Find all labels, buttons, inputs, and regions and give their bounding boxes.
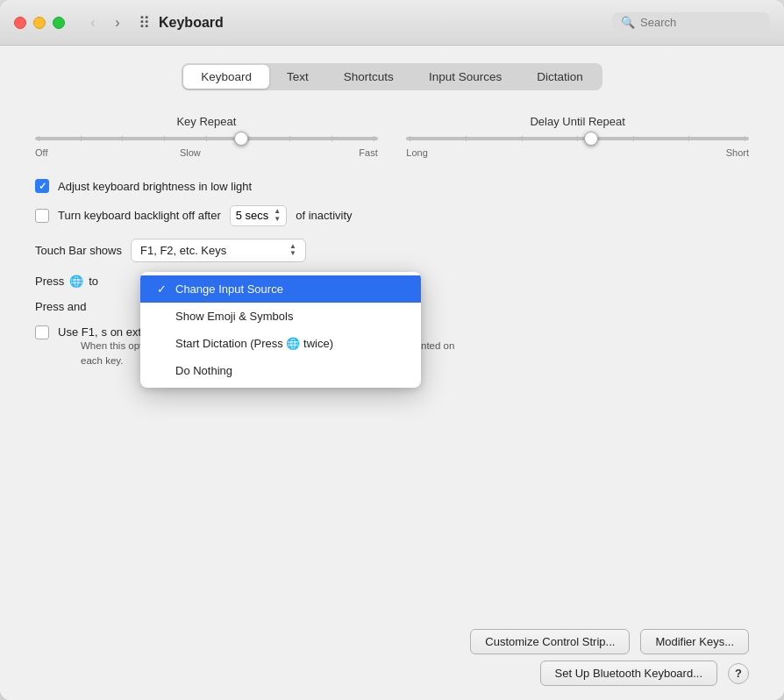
bottom-buttons-row2: Set Up Bluetooth Keyboard... ? [540,661,749,686]
minimize-button[interactable] [33,17,46,29]
press-globe-suffix: to [89,275,98,288]
tab-keyboard[interactable]: Keyboard [183,65,269,89]
help-button[interactable]: ? [728,663,749,684]
globe-icon: 🌐 [69,275,83,288]
dropdown-label-start-dictation: Start Dictation (Press 🌐 twice) [175,337,407,350]
delay-repeat-labels: Long Short [406,147,749,158]
dropdown-item-change-input[interactable]: ✓ Change Input Source [140,275,421,303]
key-repeat-off: Off [35,147,47,158]
nav-arrows: ‹ › [82,12,128,33]
touch-bar-label: Touch Bar shows [35,244,122,257]
key-repeat-label: Key Repeat [176,115,236,128]
key-repeat-track[interactable]: . [35,137,378,140]
backlight-duration-value: 5 secs [236,209,269,222]
titlebar: ‹ › ⠿ Keyboard 🔍 [0,0,784,46]
delay-repeat-thumb[interactable] [584,132,598,146]
customize-button[interactable]: Customize Control Strip... [470,629,630,654]
tab-text[interactable]: Text [269,65,326,89]
touch-bar-arrows: ▲ ▼ [289,243,296,259]
tab-dictation[interactable]: Dictation [519,65,601,89]
dropdown-item-start-dictation[interactable]: Start Dictation (Press 🌐 twice) [140,330,421,357]
maximize-button[interactable] [53,17,65,29]
brightness-checkbox[interactable] [35,179,49,193]
key-repeat-group: Key Repeat . [35,115,378,158]
fn-keys-checkbox[interactable] [35,325,49,339]
back-arrow[interactable]: ‹ [82,12,103,33]
key-repeat-fast: Fast [359,147,377,158]
close-button[interactable] [14,17,26,29]
delay-repeat-label: Delay Until Repeat [530,115,624,128]
touch-bar-down: ▼ [289,250,296,258]
backlight-row: Turn keyboard backlight off after 5 secs… [35,205,749,226]
fn-keys-label: Use F1, [58,325,98,339]
forward-arrow[interactable]: › [107,12,128,33]
brightness-row: Adjust keyboard brightness in low light [35,179,749,193]
touch-bar-value: F1, F2, etc. Keys [140,244,284,257]
press-and-label: Press and [35,300,87,313]
press-globe-prefix: Press [35,275,64,288]
dropdown-item-do-nothing[interactable]: Do Nothing [140,357,421,384]
inactivity-label: of inactivity [296,209,352,222]
key-repeat-labels: Off Slow Fast [35,147,378,158]
dropdown-menu: ✓ Change Input Source Show Emoji & Symbo… [140,272,421,388]
search-box[interactable]: 🔍 [612,12,770,32]
sliders-row: Key Repeat . [35,115,749,158]
delay-repeat-long: Long [406,147,427,158]
key-repeat-thumb[interactable] [234,132,248,146]
window-title: Keyboard [159,15,224,31]
backlight-label: Turn keyboard backlight off after [58,209,221,222]
check-mark-change-input: ✓ [154,282,168,296]
touch-bar-row: Touch Bar shows F1, F2, etc. Keys ▲ ▼ [35,239,749,263]
bottom-buttons-row1: Customize Control Strip... Modifier Keys… [470,629,749,654]
dropdown-label-do-nothing: Do Nothing [175,364,407,377]
search-icon: 🔍 [621,16,635,29]
search-input[interactable] [640,16,763,29]
bluetooth-button[interactable]: Set Up Bluetooth Keyboard... [540,661,717,686]
tab-input-sources[interactable]: Input Sources [411,65,519,89]
tab-group: Keyboard Text Shortcuts Input Sources Di… [182,63,602,90]
dropdown-label-change-input: Change Input Source [175,282,407,296]
modifier-button[interactable]: Modifier Keys... [640,629,749,654]
delay-repeat-track[interactable] [406,137,749,140]
backlight-stepper[interactable]: ▲ ▼ [274,208,281,224]
backlight-duration-select[interactable]: 5 secs ▲ ▼ [230,205,288,226]
fn-desc-line3: each key. [81,355,123,366]
content-area: Keyboard Text Shortcuts Input Sources Di… [0,46,784,700]
tab-shortcuts[interactable]: Shortcuts [326,65,411,89]
dropdown-item-show-emoji[interactable]: Show Emoji & Symbols [140,303,421,330]
stepper-down[interactable]: ▼ [274,216,281,224]
dropdown-label-show-emoji: Show Emoji & Symbols [175,310,407,323]
grid-icon[interactable]: ⠿ [139,13,150,32]
delay-repeat-group: Delay Until Repeat Long Short [406,115,749,158]
brightness-label: Adjust keyboard brightness in low light [58,180,252,193]
touch-bar-select[interactable]: F1, F2, etc. Keys ▲ ▼ [131,239,306,263]
tab-bar: Keyboard Text Shortcuts Input Sources Di… [35,63,749,90]
traffic-lights [14,17,65,29]
key-repeat-slow: Slow [180,147,201,158]
delay-repeat-short: Short [726,147,749,158]
backlight-checkbox[interactable] [35,209,49,223]
